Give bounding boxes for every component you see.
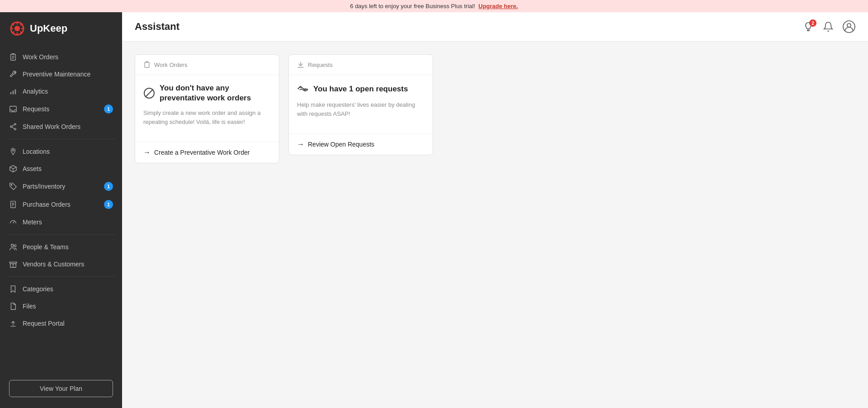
people-icon <box>9 243 17 251</box>
svg-point-32 <box>847 24 851 27</box>
sidebar-item-assets[interactable]: Assets <box>0 160 122 177</box>
sidebar-item-locations[interactable]: Locations <box>0 143 122 160</box>
svg-point-16 <box>12 150 14 152</box>
sidebar: UpKeep Work Orders Preventive Main <box>0 12 122 408</box>
sidebar-item-preventive-maintenance[interactable]: Preventive Maintenance <box>0 66 122 83</box>
bell-icon <box>823 21 834 32</box>
arrow-right-icon: → <box>297 140 304 148</box>
view-plan-button[interactable]: View Your Plan <box>9 380 113 397</box>
card-header-work-orders: Work Orders <box>135 55 279 75</box>
svg-rect-33 <box>145 62 149 67</box>
nav-label: Categories <box>23 285 53 293</box>
upkeep-logo-icon <box>9 20 25 37</box>
sidebar-item-request-portal[interactable]: Request Portal <box>0 315 122 332</box>
svg-rect-3 <box>12 53 14 55</box>
card-title: You have 1 open requests <box>313 84 408 94</box>
nav-divider-2 <box>7 234 115 235</box>
card-header-label: Requests <box>308 62 333 68</box>
sidebar-nav: Work Orders Preventive Maintenance Analy… <box>0 45 122 373</box>
nav-divider-1 <box>7 139 115 139</box>
svg-rect-9 <box>15 90 16 95</box>
sidebar-footer: View Your Plan <box>0 373 122 408</box>
card-action-label: Create a Preventative Work Order <box>154 149 250 156</box>
card-icon-title: You don't have any preventative work ord… <box>143 83 271 103</box>
main-body: Work Orders You don't have any preventat… <box>122 42 868 408</box>
card-title: You don't have any preventative work ord… <box>160 83 271 103</box>
work-orders-assistant-card: Work Orders You don't have any preventat… <box>135 54 279 163</box>
svg-point-25 <box>14 245 16 247</box>
svg-rect-8 <box>13 90 14 94</box>
nav-label: Locations <box>23 148 50 155</box>
purchase-orders-badge: 1 <box>104 200 113 209</box>
sidebar-item-analytics[interactable]: Analytics <box>0 83 122 100</box>
requests-assistant-card: Requests You have 1 open requests <box>288 54 433 155</box>
box-icon <box>9 165 17 173</box>
sidebar-item-shared-work-orders[interactable]: Shared Work Orders <box>0 118 122 135</box>
handshake-icon <box>297 83 309 95</box>
nav-label: Shared Work Orders <box>23 123 80 130</box>
nav-label: Requests <box>23 105 49 113</box>
svg-point-24 <box>11 244 14 247</box>
profile-button[interactable] <box>843 20 855 33</box>
sidebar-item-categories[interactable]: Categories <box>0 280 122 298</box>
card-icon-title: You have 1 open requests <box>297 83 425 95</box>
share-icon <box>9 123 17 131</box>
file-icon <box>9 302 17 310</box>
banner-message: 6 days left to enjoy your free Business … <box>350 3 475 9</box>
sidebar-item-work-orders[interactable]: Work Orders <box>0 48 122 66</box>
trial-banner: 6 days left to enjoy your free Business … <box>0 0 868 12</box>
clipboard-icon <box>9 53 17 61</box>
logo-text: UpKeep <box>30 23 67 34</box>
store-icon <box>9 260 17 268</box>
nav-label: Work Orders <box>23 53 58 61</box>
sidebar-item-purchase-orders[interactable]: Purchase Orders 1 <box>0 195 122 213</box>
sidebar-item-vendors-customers[interactable]: Vendors & Customers <box>0 256 122 273</box>
nav-label: Files <box>23 303 36 310</box>
create-preventive-work-order-action[interactable]: → Create a Preventative Work Order <box>135 142 279 163</box>
tag-icon <box>9 182 17 190</box>
nav-label: Vendors & Customers <box>23 261 84 268</box>
sidebar-item-files[interactable]: Files <box>0 298 122 315</box>
sidebar-item-people-teams[interactable]: People & Teams <box>0 238 122 256</box>
lightbulb-button[interactable]: 2 <box>803 21 814 32</box>
svg-line-14 <box>12 127 14 129</box>
page-title: Assistant <box>135 21 179 33</box>
wrench-icon <box>9 70 17 78</box>
svg-rect-34 <box>146 62 148 62</box>
card-description: Simply create a new work order and assig… <box>143 109 271 126</box>
nav-label: Request Portal <box>23 320 65 327</box>
pin-icon <box>9 147 17 156</box>
no-entry-icon <box>143 87 155 99</box>
arrow-right-icon: → <box>143 148 151 157</box>
svg-line-23 <box>13 221 14 223</box>
nav-label: Analytics <box>23 88 48 95</box>
card-action-label: Review Open Requests <box>308 141 374 148</box>
upgrade-link[interactable]: Upgrade here. <box>478 3 518 9</box>
chart-icon <box>9 87 17 95</box>
card-header-requests: Requests <box>289 55 433 75</box>
doc-icon <box>9 200 17 209</box>
svg-point-12 <box>10 126 12 128</box>
card-header-label: Work Orders <box>154 62 187 68</box>
nav-label: Assets <box>23 165 42 172</box>
nav-label: Meters <box>23 218 42 226</box>
inbox-icon <box>9 105 17 113</box>
svg-point-1 <box>14 26 20 31</box>
card-body-requests: You have 1 open requests Help make reque… <box>289 75 433 133</box>
nav-label: Purchase Orders <box>23 201 71 208</box>
sidebar-item-requests[interactable]: Requests 1 <box>0 100 122 118</box>
nav-label: People & Teams <box>23 243 69 251</box>
card-description: Help make requesters' lives easier by de… <box>297 100 425 118</box>
notifications-button[interactable] <box>823 21 834 32</box>
svg-point-13 <box>14 128 16 130</box>
main-content: Assistant 2 <box>122 12 868 408</box>
sidebar-item-meters[interactable]: Meters <box>0 213 122 231</box>
review-open-requests-action[interactable]: → Review Open Requests <box>289 133 433 155</box>
sidebar-item-parts-inventory[interactable]: Parts/Inventory 1 <box>0 177 122 195</box>
nav-label: Parts/Inventory <box>23 183 65 190</box>
gauge-icon <box>9 218 17 226</box>
header-actions: 2 <box>803 20 855 33</box>
upload-icon <box>9 319 17 327</box>
user-icon <box>843 20 855 33</box>
card-download-icon <box>297 61 304 68</box>
